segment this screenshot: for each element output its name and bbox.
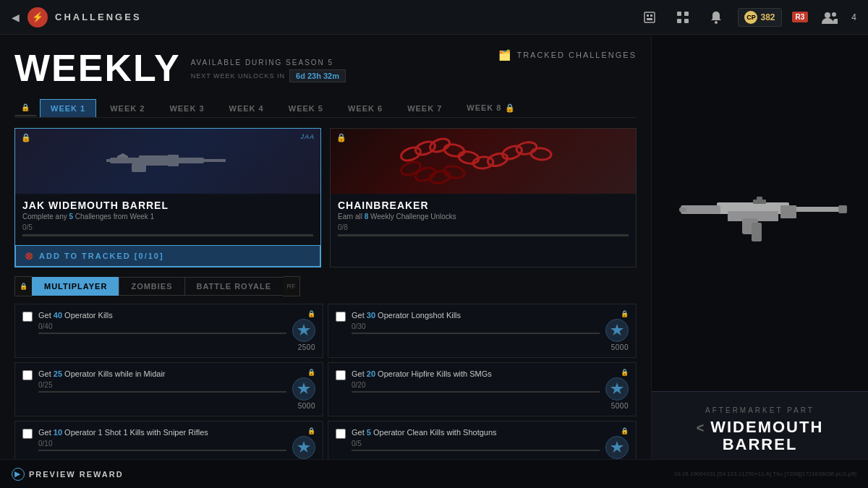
xp-icon-3: [609, 381, 625, 397]
player-icon[interactable]: [818, 6, 841, 29]
preview-reward-label: PREVIEW REWARD: [29, 470, 124, 479]
svg-point-28: [399, 160, 422, 178]
challenge-title-5: Get 5 Operator Clean Kills with Shotguns: [352, 427, 600, 437]
svg-rect-2: [650, 14, 652, 17]
challenge-content-1: Get 30 Operator Longshot Kills 0/30: [352, 310, 600, 334]
reward-card-jak-image: 🔒 JAA: [15, 129, 320, 194]
challenge-checkbox-0[interactable]: [22, 312, 33, 322]
challenge-progress-4: 0/10: [38, 440, 286, 448]
unlock-timer: NEXT WEEK UNLOCKS IN 6d 23h 32m: [191, 69, 346, 82]
xp-points-2: 5000: [298, 402, 315, 410]
challenge-item-1[interactable]: Get 30 Operator Longshot Kills 0/30 🔒 50…: [328, 304, 637, 358]
xp-icon-2: [296, 381, 312, 397]
card-badge: JAA: [300, 133, 315, 140]
weapon-preview-svg: [673, 182, 847, 244]
currency-amount: 382: [760, 12, 775, 22]
challenge-bar-0: [38, 333, 286, 334]
svg-point-10: [832, 12, 836, 17]
reward-card-chainbreaker-body: CHAINBREAKER Earn all 8 Weekly Challenge…: [331, 194, 636, 242]
challenge-title-4: Get 10 Operator 1 Shot 1 Kills with Snip…: [38, 427, 286, 437]
available-text: AVAILABLE DURING SEASON 5: [191, 59, 346, 67]
tracked-label: TRACKED CHALLENGES: [516, 51, 637, 59]
mode-tab-multiplayer[interactable]: MULTIPLAYER: [32, 277, 119, 296]
chainbreaker-svg: [382, 132, 584, 190]
challenge-bar-5: [352, 450, 600, 451]
challenge-lock-0: 🔒: [307, 310, 315, 317]
challenge-lock-2: 🔒: [307, 369, 315, 376]
challenge-checkbox-1[interactable]: [336, 312, 346, 322]
mode-tab-zombies[interactable]: ZOMBIES: [119, 277, 184, 296]
challenge-right-3: 🔒 5000: [605, 369, 629, 410]
challenge-item-3[interactable]: Get 20 Operator Hipfire Kills with SMGs …: [328, 362, 637, 416]
jak-progress-text: 0/5: [22, 223, 313, 231]
preview-icon: ▶: [12, 468, 25, 481]
xp-points-1: 5000: [611, 343, 629, 351]
right-panel: AFTERMARKET PART < WIDEMOUTH BARREL MORS: [651, 35, 868, 488]
players-count: 4: [851, 12, 856, 22]
week-tab-3[interactable]: WEEK 3: [158, 99, 215, 117]
back-button[interactable]: ◀: [12, 12, 20, 23]
challenge-item-2[interactable]: Get 25 Operator Kills while in Midair 0/…: [14, 362, 323, 416]
week-tab-1[interactable]: WEEK 1: [40, 99, 96, 117]
notification-icon[interactable]: [705, 6, 728, 29]
xp-icon-5: [609, 440, 625, 455]
reward-card-jak[interactable]: 🔒 JAA: [14, 128, 321, 267]
svg-rect-6: [677, 19, 681, 23]
challenge-title-1: Get 30 Operator Longshot Kills: [352, 310, 600, 320]
week-tab-6[interactable]: WEEK 6: [337, 99, 393, 117]
reward-card-chainbreaker-desc: Earn all 8 Weekly Challenge Unlocks: [338, 213, 629, 221]
reward-card-chainbreaker-name: CHAINBREAKER: [338, 200, 629, 211]
challenge-lock-1: 🔒: [621, 310, 629, 317]
svg-marker-35: [610, 382, 624, 394]
preview-reward-button[interactable]: ▶ PREVIEW REWARD: [12, 468, 124, 481]
challenge-progress-3: 0/20: [352, 381, 600, 389]
challenge-item-0[interactable]: Get 40 Operator Kills 0/40 🔒 2500: [14, 304, 323, 358]
add-to-tracked-button[interactable]: ⊗ ADD TO TRACKED [0/10]: [15, 245, 320, 267]
svg-rect-7: [684, 19, 689, 23]
week-tab-lock-prefix: 🔒: [14, 99, 37, 116]
tracked-challenges-button[interactable]: 🗂️ TRACKED CHALLENGES: [498, 49, 637, 61]
weapon-name-large: < WIDEMOUTH BARREL: [666, 419, 854, 453]
rank-badge: R3: [792, 12, 809, 22]
svg-rect-4: [677, 12, 681, 16]
svg-point-8: [715, 21, 718, 24]
grid-icon[interactable]: [671, 6, 694, 29]
add-tracked-x-icon: ⊗: [25, 250, 35, 262]
svg-point-27: [530, 147, 551, 160]
week-tab-5[interactable]: WEEK 5: [278, 99, 334, 117]
week-tab-8[interactable]: WEEK 8 🔒: [456, 98, 526, 117]
mode-tab-battle-royale[interactable]: BATTLE ROYALE: [184, 277, 283, 296]
currency-icon: CP: [744, 11, 757, 24]
challenge-checkbox-5[interactable]: [336, 429, 346, 439]
timer-value: 6d 23h 32m: [289, 69, 346, 82]
main-content: WEEKLY AVAILABLE DURING SEASON 5 NEXT WE…: [0, 35, 868, 488]
svg-rect-42: [681, 205, 720, 214]
xp-badge-0: [292, 319, 315, 342]
challenge-checkbox-4[interactable]: [22, 429, 33, 439]
left-panel: WEEKLY AVAILABLE DURING SEASON 5 NEXT WE…: [0, 35, 651, 488]
week-tab-7[interactable]: WEEK 7: [396, 99, 453, 117]
challenge-bar-4: [38, 450, 286, 451]
challenge-progress-1: 0/30: [352, 322, 600, 330]
challenge-title-0: Get 40 Operator Kills: [38, 310, 286, 320]
weekly-title: WEEKLY: [14, 49, 181, 87]
unlock-label: NEXT WEEK UNLOCKS IN: [191, 72, 285, 80]
profile-icon[interactable]: [638, 6, 661, 29]
reward-card-chainbreaker[interactable]: 🔒: [330, 128, 637, 267]
challenges-icon: ⚡: [27, 7, 48, 27]
weapon-name-text: WIDEMOUTH BARREL: [710, 418, 823, 453]
challenge-lock-4: 🔒: [307, 427, 315, 435]
xp-points-0: 2500: [298, 343, 315, 351]
week-tab-4[interactable]: WEEK 4: [218, 99, 275, 117]
chainbreaker-progress-text: 0/8: [338, 223, 629, 231]
challenge-checkbox-3[interactable]: [336, 370, 346, 380]
currency-badge: CP 382: [738, 8, 781, 27]
svg-rect-48: [780, 205, 796, 218]
challenge-checkbox-2[interactable]: [22, 370, 33, 380]
svg-marker-36: [297, 441, 310, 453]
week-tab-2[interactable]: WEEK 2: [99, 99, 156, 117]
challenge-bar-1: [352, 333, 600, 334]
xp-badge-4: [292, 436, 315, 459]
reward-card-jak-body: JAK WIDEMOUTH BARREL Complete any 5 Chal…: [15, 194, 320, 242]
mode-tab-left-icon: 🔒: [14, 276, 32, 296]
